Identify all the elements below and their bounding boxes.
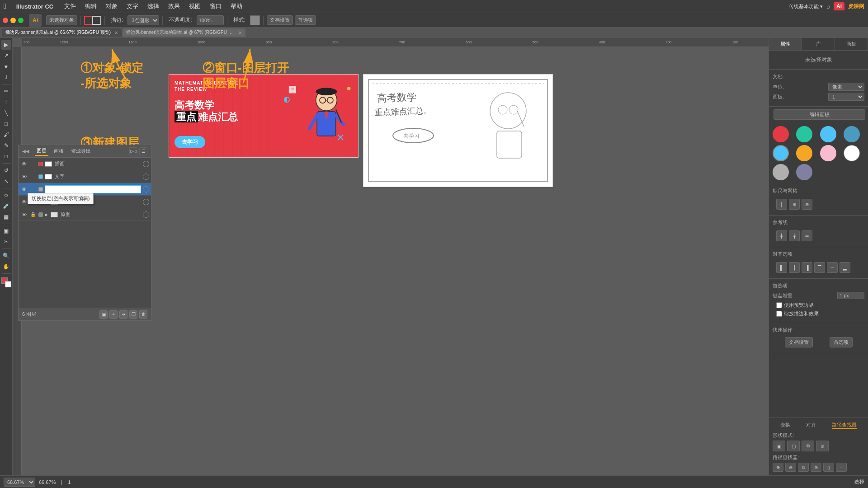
layers-tab-layers[interactable]: 图层 (35, 146, 48, 156)
tab-library[interactable]: 库 (802, 38, 835, 50)
layer-name-input[interactable] (45, 185, 141, 193)
swatch-cyan[interactable] (844, 126, 860, 142)
tab-artboards[interactable]: 画板 (835, 38, 868, 50)
search-icon[interactable]: ⌕ (826, 3, 830, 10)
zoom-select[interactable]: 66.67% (4, 478, 35, 487)
outline-btn[interactable]: ▯ (823, 463, 834, 472)
exclude-btn[interactable]: ⊘ (816, 441, 829, 451)
opacity-input[interactable] (197, 15, 224, 25)
layer-wenzi-eye[interactable]: 👁 (20, 173, 28, 180)
layer-yuantu-eye[interactable]: 👁 (20, 211, 28, 218)
layer-row-chua[interactable]: 👁 插画 (19, 158, 151, 170)
swatch-red[interactable] (773, 126, 789, 142)
swatch-orange[interactable] (796, 145, 812, 161)
magic-wand-tool[interactable]: ★ (1, 61, 11, 71)
apple-logo[interactable]:  (4, 2, 6, 10)
intersect-btn[interactable]: ⧉ (802, 441, 814, 451)
layer-peisei-vis[interactable] (143, 199, 149, 205)
align-center-v[interactable]: ─ (827, 262, 838, 273)
pathfinder-tab[interactable]: 路径查找器 (832, 422, 857, 429)
minus-front-btn[interactable]: ▢ (787, 441, 800, 451)
merge-btn[interactable]: ⊚ (798, 463, 809, 472)
swatch-lightblue[interactable] (820, 126, 836, 142)
minus-back-btn[interactable]: ▫ (836, 463, 847, 472)
keyboard-input[interactable] (837, 292, 864, 299)
crop-btn[interactable]: ⊛ (811, 463, 821, 472)
layer-editing-vis[interactable] (143, 186, 149, 192)
layers-tab-boards[interactable]: 画板 (52, 147, 66, 155)
quick-preferences[interactable]: 首选项 (830, 337, 853, 347)
make-clipping-btn[interactable]: ▣ (99, 310, 108, 319)
quick-doc-settings[interactable]: 文档设置 (785, 337, 813, 347)
guide-btn-3[interactable]: ═ (802, 230, 812, 241)
unite-btn[interactable]: ▣ (773, 441, 785, 451)
delete-layer-btn[interactable]: 🗑 (139, 310, 147, 319)
align-center-h[interactable]: ┃ (789, 262, 800, 273)
ruler-btn[interactable]: │ (776, 199, 787, 210)
align-left[interactable]: ▌ (776, 262, 787, 273)
stroke-select[interactable]: 3点圆形 (127, 15, 159, 25)
swatch-gray[interactable] (773, 164, 789, 180)
layer-editing-eye[interactable]: 👁 (20, 186, 28, 193)
layers-expand-btn[interactable]: ▷◁ (129, 147, 137, 155)
layer-peisei-eye[interactable]: 👁 (20, 198, 28, 206)
pen-tool[interactable]: ✏ (1, 86, 11, 96)
close-window-btn[interactable] (3, 18, 8, 23)
layer-yuantu-vis[interactable] (143, 211, 149, 218)
preferences-btn[interactable]: 首选项 (295, 15, 316, 25)
stroke-color-btn[interactable] (92, 16, 101, 25)
round-corners-checkbox[interactable] (776, 311, 782, 317)
tab-1-close[interactable]: ✕ (114, 30, 118, 35)
create-sublayer-btn[interactable]: + (109, 310, 118, 319)
divide-btn[interactable]: ⊕ (773, 463, 783, 472)
transform-tab[interactable]: 变换 (780, 422, 790, 429)
tab-1[interactable]: 插边风-banner演示稿.ai @ 66.67% (RGB/GPU 预览) ✕ (2, 28, 122, 37)
layer-chua-eye[interactable]: 👁 (20, 160, 28, 168)
menu-window[interactable]: 窗口 (205, 1, 226, 11)
menu-edit[interactable]: 编辑 (80, 1, 101, 11)
edit-template-btn[interactable]: 编辑画板 (774, 109, 865, 120)
align-top[interactable]: ▔ (814, 262, 825, 273)
swatch-purplegray[interactable] (796, 164, 812, 180)
paintbrush-tool[interactable]: 🖌 (1, 130, 11, 140)
menu-object[interactable]: 对象 (101, 1, 122, 11)
trim-btn[interactable]: ⊖ (785, 463, 796, 472)
artboard-tool[interactable]: ▣ (1, 226, 11, 236)
eyedropper-tool[interactable]: 💉 (1, 201, 11, 211)
align-right[interactable]: ▐ (802, 262, 812, 273)
swatch-teal[interactable] (796, 126, 812, 142)
menu-select[interactable]: 选择 (143, 1, 164, 11)
menu-text[interactable]: 文字 (122, 1, 143, 11)
style-preview[interactable] (250, 15, 260, 25)
layer-yuantu-lock[interactable]: 🔒 (29, 211, 37, 218)
select-tool[interactable]: ▶ (1, 40, 11, 50)
layer-chua-vis[interactable] (143, 161, 149, 167)
zoom-tool[interactable]: 🔍 (1, 251, 11, 261)
workspace-selector[interactable]: 传统基本功能 ▾ (789, 3, 823, 10)
snap-btn[interactable]: ⊕ (802, 199, 812, 210)
rotate-tool[interactable]: ↺ (1, 165, 11, 175)
menu-effect[interactable]: 效果 (164, 1, 184, 11)
layer-wenzi-lock[interactable] (29, 173, 37, 180)
blend-tool[interactable]: ∞ (1, 190, 11, 200)
guide-btn-2[interactable]: ╈ (789, 230, 800, 241)
hand-tool[interactable]: ✋ (1, 262, 11, 272)
menu-view[interactable]: 视图 (184, 1, 205, 11)
menu-illustrator[interactable]: Illustrator CC (12, 2, 58, 11)
align-bottom[interactable]: ▂ (840, 262, 850, 273)
swatch-pink[interactable] (820, 145, 836, 161)
grid-btn[interactable]: ⊞ (789, 199, 800, 210)
board-select[interactable]: 1 (828, 93, 864, 101)
tab-2-close[interactable]: ✕ (238, 30, 242, 35)
tab-2[interactable]: 插边风-banner演示稿的副本.ai @ 67% (RGB/GPU 预览) ✕ (123, 28, 245, 37)
pencil-tool[interactable]: ✎ (1, 141, 11, 150)
tab-properties[interactable]: 属性 (769, 38, 802, 50)
maximize-window-btn[interactable] (18, 18, 24, 23)
rect-tool[interactable]: □ (1, 119, 11, 129)
layer-editing-lock[interactable] (29, 186, 37, 193)
swatch-cyan2[interactable] (773, 145, 789, 161)
layer-wenzi-vis[interactable] (143, 174, 149, 180)
layers-tab-export[interactable]: 资源导出 (69, 147, 93, 155)
layer-row-yuantu[interactable]: 👁 🔒 ▶ 原图 (19, 208, 151, 221)
eraser-tool[interactable]: □ (1, 151, 11, 161)
